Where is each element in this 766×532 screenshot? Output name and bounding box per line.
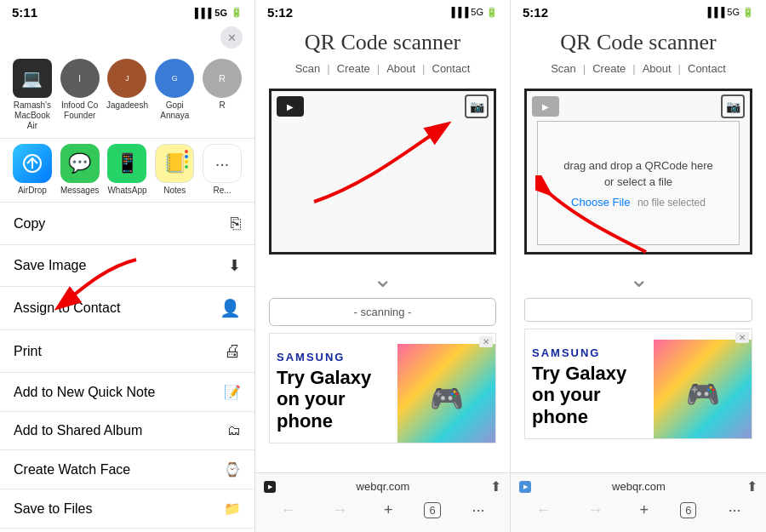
browser-cam-3: ▶	[519, 481, 531, 493]
contact-item-infood[interactable]: I Infood CoFounder	[56, 59, 104, 131]
samsung-headline-2: Try Galaxyon yourphone	[277, 367, 391, 432]
samsung-headline-3: Try Galaxyon yourphone	[532, 363, 647, 427]
photo-btn-2[interactable]: 📷	[465, 94, 489, 118]
tabs-btn-3[interactable]: 6	[680, 502, 696, 518]
app-item-airdrop[interactable]: AirDrop	[9, 144, 56, 195]
contact-name-r: R	[219, 100, 225, 111]
save-image-label: Save Image	[14, 258, 86, 273]
nav-create-3[interactable]: Create	[586, 62, 632, 75]
back-btn-2[interactable]: ←	[275, 500, 300, 521]
notes-dots	[185, 150, 188, 169]
app-name-messages: Messages	[60, 186, 100, 195]
app-item-notes[interactable]: 📒 Notes	[151, 144, 198, 195]
camera-icon-2: 📷	[470, 100, 484, 113]
r-avatar: R	[203, 59, 242, 98]
menu-item-assign-contact[interactable]: Assign to Contact 👤	[0, 287, 254, 330]
menu-item-save-files[interactable]: Save to Files 📁	[0, 489, 254, 529]
browser-url-text-3[interactable]: webqr.com	[536, 480, 741, 493]
samsung-ad-content-3: SAMSUNG Try Galaxyon yourphone 🎮	[525, 340, 752, 439]
video-cam-btn-3[interactable]: ▶	[532, 96, 559, 117]
qr-time-3: 5:12	[523, 5, 548, 20]
save-files-label: Save to Files	[14, 501, 92, 517]
ad-close-2[interactable]: ✕	[479, 336, 493, 347]
ad-label-3: Ad	[525, 331, 752, 340]
menu-item-google-lens[interactable]: Search with Google Lens 🔍	[0, 529, 254, 532]
back-btn-3[interactable]: ←	[531, 500, 557, 521]
samsung-ad-content-2: SAMSUNG Try Galaxyon yourphone 🎮	[270, 344, 495, 443]
app-item-whatsapp[interactable]: 📱 WhatsApp	[104, 144, 151, 195]
nav-about-3[interactable]: About	[636, 62, 678, 75]
watch-face-icon: ⌚	[224, 461, 241, 478]
app-item-messages[interactable]: 💬 Messages	[56, 144, 104, 195]
browser-bar-3: ▶ webqr.com ⬆ ← → + 6 ···	[511, 472, 766, 532]
dot-blue	[185, 155, 188, 158]
nav-create-2[interactable]: Create	[330, 62, 377, 75]
qr-status-bar-3: 5:12 ▐▐▐ 5G 🔋	[511, 0, 766, 23]
jagadeesh-avatar: J	[107, 59, 146, 98]
contact-name-macbook: Ramash'sMacBook Air	[9, 100, 56, 131]
signal-icon: ▐▐▐	[192, 8, 211, 18]
close-button[interactable]: ✕	[220, 26, 243, 49]
qr-status-bar-2: 5:12 ▐▐▐ 5G 🔋	[255, 0, 510, 23]
browser-bar-2: ▶ webqr.com ⬆ ← → + 6 ···	[255, 472, 510, 532]
copy-icon: ⎘	[231, 214, 241, 233]
browser-cam-2: ▶	[264, 481, 276, 493]
contact-item-macbook[interactable]: 💻 Ramash'sMacBook Air	[9, 59, 56, 131]
status-time: 5:11	[12, 5, 37, 20]
url-input-box-3[interactable]	[524, 298, 752, 322]
browser-share-2[interactable]: ⬆	[490, 478, 501, 495]
copy-label: Copy	[14, 216, 45, 232]
tabs-btn-2[interactable]: 6	[424, 502, 440, 518]
forward-btn-3[interactable]: →	[583, 500, 609, 521]
menu-btn-3[interactable]: ···	[723, 500, 746, 521]
save-image-icon: ⬇	[228, 256, 241, 275]
browser-share-3[interactable]: ⬆	[746, 478, 757, 495]
ad-close-3[interactable]: ✕	[735, 332, 749, 343]
nav-contact-3[interactable]: Contact	[681, 62, 733, 75]
contact-item-gopi[interactable]: G GopiAnnaya	[151, 59, 198, 131]
contact-item-r[interactable]: R R	[198, 59, 246, 131]
nav-about-2[interactable]: About	[380, 62, 422, 75]
video-icon-2: ▶	[287, 102, 294, 112]
menu-item-watch-face[interactable]: Create Watch Face ⌚	[0, 450, 254, 489]
infood-avatar: I	[60, 59, 100, 98]
menu-item-save-image[interactable]: Save Image ⬇	[0, 245, 254, 287]
signal-2: ▐▐▐ 5G 🔋	[449, 7, 498, 17]
red-arrow-qr-2	[297, 108, 467, 219]
menu-item-shared-album[interactable]: Add to Shared Album 🗂	[0, 412, 254, 450]
qr-nav-3: Scan | Create | About | Contact	[511, 59, 766, 83]
scanning-text-2: - scanning -	[354, 306, 412, 318]
airdrop-icon	[13, 144, 52, 183]
menu-item-print[interactable]: Print 🖨	[0, 330, 254, 373]
qr-chevron-3: ⌄	[511, 260, 766, 298]
notes-icon: 📒	[155, 144, 194, 183]
photo-btn-3[interactable]: 📷	[721, 94, 745, 118]
quick-note-label: Add to New Quick Note	[14, 385, 155, 400]
menu-btn-2[interactable]: ···	[467, 500, 490, 521]
contact-name-jagadeesh: Jagadeesh	[106, 100, 148, 111]
new-tab-btn-3[interactable]: +	[635, 500, 655, 521]
ios-share-sheet: 5:11 ▐▐▐ 5G 🔋 ✕ 💻 Ramash'sMacBook Air I …	[0, 0, 255, 532]
nav-scan-3[interactable]: Scan	[544, 62, 583, 75]
qr-scanning-box-2: - scanning -	[269, 298, 496, 326]
nav-contact-2[interactable]: Contact	[426, 62, 477, 75]
qr-time-2: 5:12	[267, 5, 293, 20]
app-name-more: Re...	[214, 186, 232, 195]
qr-icons-2: ▐▐▐ 5G 🔋	[449, 7, 498, 18]
forward-btn-2[interactable]: →	[327, 500, 352, 521]
menu-item-copy[interactable]: Copy ⎘	[0, 203, 254, 245]
menu-item-quick-note[interactable]: Add to New Quick Note 📝	[0, 373, 254, 412]
browser-nav-2: ← → + 6 ···	[255, 496, 510, 524]
app-name-airdrop: AirDrop	[18, 186, 47, 195]
assign-contact-icon: 👤	[220, 298, 241, 318]
galaxy-emoji-2: 🎮	[430, 382, 464, 415]
contact-item-jagadeesh[interactable]: J Jagadeesh	[104, 59, 151, 131]
app-item-more[interactable]: ··· Re...	[198, 144, 246, 195]
contacts-row: 💻 Ramash'sMacBook Air I Infood CoFounder…	[0, 54, 254, 138]
nav-scan-2[interactable]: Scan	[289, 62, 328, 75]
app-name-whatsapp: WhatsApp	[107, 186, 146, 195]
new-tab-btn-2[interactable]: +	[379, 500, 398, 521]
video-icon-3: ▶	[542, 102, 549, 112]
browser-url-text-2[interactable]: webqr.com	[281, 480, 485, 493]
share-header: ✕	[0, 23, 254, 54]
